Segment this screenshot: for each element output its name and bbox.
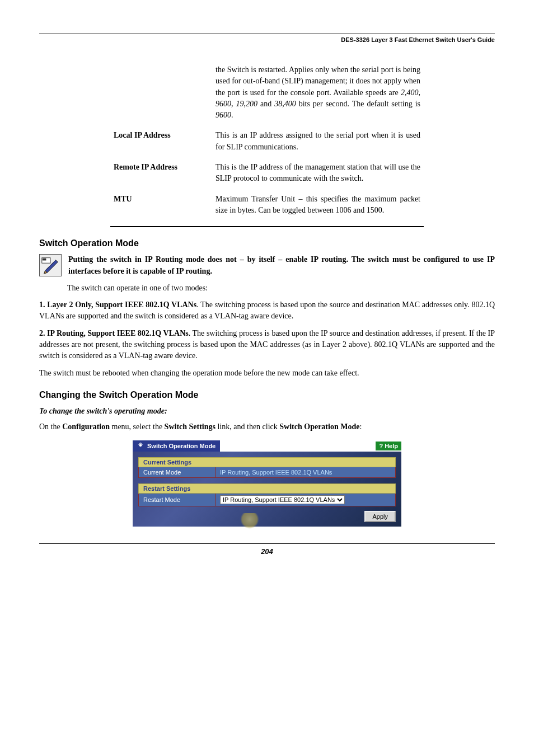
table-end-rule bbox=[110, 226, 424, 227]
local-ip-desc: This is an IP address assigned to the se… bbox=[212, 125, 424, 157]
panel-title: Switch Operation Mode bbox=[133, 440, 220, 452]
operate-modes-intro: The switch can operate in one of two mod… bbox=[67, 283, 495, 294]
restart-settings-header: Restart Settings bbox=[138, 483, 396, 494]
local-ip-label: Local IP Address bbox=[110, 125, 212, 157]
current-mode-label: Current Mode bbox=[139, 467, 216, 477]
mtu-label: MTU bbox=[110, 189, 212, 221]
section-changing-mode: Changing the Switch Operation Mode bbox=[39, 390, 495, 400]
pencil-note-icon bbox=[39, 254, 62, 276]
item1-lead: 1. Layer 2 Only, Support IEEE 802.1Q VLA… bbox=[39, 300, 196, 309]
page-number: 204 bbox=[39, 547, 495, 556]
to-change-heading: To change the switch's operating mode: bbox=[39, 407, 495, 416]
reboot-note: The switch must be rebooted when changin… bbox=[39, 368, 495, 379]
switch-op-mode-screenshot: Switch Operation Mode ? Help Current Set… bbox=[133, 440, 401, 527]
note-block: Putting the switch in IP Routing mode do… bbox=[39, 254, 495, 277]
config-menu-sentence: On the Configuration menu, select the Sw… bbox=[39, 421, 495, 433]
mtu-desc: Maximum Transfer Unit – this specifies t… bbox=[212, 189, 424, 221]
restart-mode-select[interactable]: IP Routing, Support IEEE 802.1Q VLANs bbox=[220, 495, 345, 504]
restart-mode-label: Restart Mode bbox=[139, 494, 216, 506]
current-settings-header: Current Settings bbox=[138, 457, 396, 467]
note-text: Putting the switch in IP Routing mode do… bbox=[68, 254, 495, 277]
remote-ip-desc: This is the IP address of the management… bbox=[212, 157, 424, 189]
baud-desc: the Switch is restarted. Applies only wh… bbox=[212, 60, 424, 125]
remote-ip-label: Remote IP Address bbox=[110, 157, 212, 189]
parameter-table: the Switch is restarted. Applies only wh… bbox=[110, 60, 424, 220]
apply-button[interactable]: Apply bbox=[364, 511, 396, 522]
question-icon: ? bbox=[379, 443, 383, 449]
gear-icon bbox=[137, 442, 144, 450]
current-mode-value: IP Routing, Support IEEE 802.1Q VLANs bbox=[216, 467, 395, 477]
help-button[interactable]: ? Help bbox=[376, 442, 401, 450]
section-switch-op-mode: Switch Operation Mode bbox=[39, 238, 495, 248]
svg-rect-1 bbox=[43, 259, 46, 261]
item2-lead: 2. IP Routing, Support IEEE 802.1Q VLANs bbox=[39, 329, 189, 337]
list-item: 1. Layer 2 Only, Support IEEE 802.1Q VLA… bbox=[39, 299, 495, 322]
list-item: 2. IP Routing, Support IEEE 802.1Q VLANs… bbox=[39, 328, 495, 362]
page-header: DES-3326 Layer 3 Fast Ethernet Switch Us… bbox=[39, 36, 495, 43]
